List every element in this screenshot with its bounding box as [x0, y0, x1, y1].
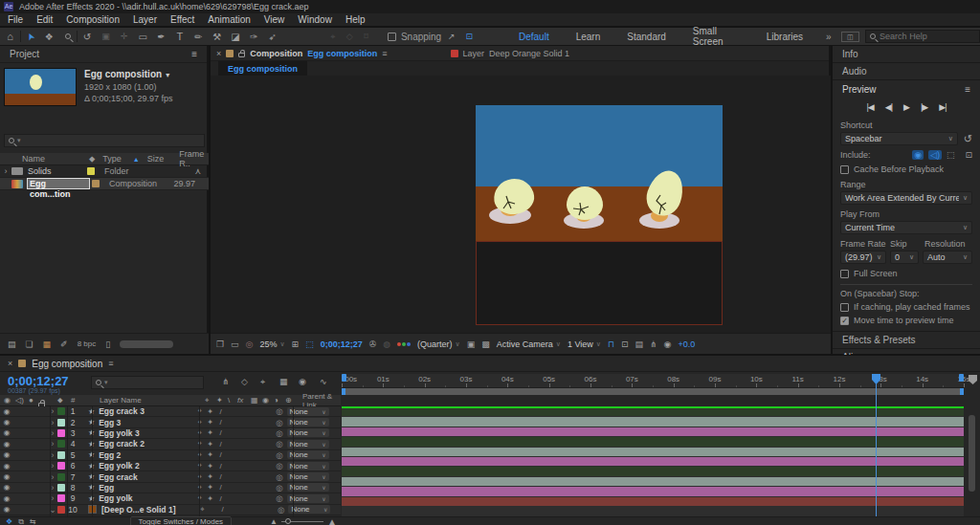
track-scrollbar[interactable]: [969, 415, 975, 492]
layer-track-bar-8[interactable]: [342, 477, 964, 486]
snapshot-icon[interactable]: ✇: [369, 339, 377, 349]
shortcut-dropdown[interactable]: Spacebar∨: [840, 132, 958, 145]
last-frame-button[interactable]: ▶|: [939, 102, 946, 112]
workspace-tab-libraries[interactable]: Libraries: [767, 32, 803, 42]
comp-tab-label[interactable]: Composition: [250, 49, 302, 58]
collapse-header-icon[interactable]: ✦: [216, 396, 223, 405]
fx-switch[interactable]: /: [215, 440, 226, 448]
pen-tool-icon[interactable]: ✒: [152, 32, 170, 42]
fx-switch[interactable]: /: [217, 505, 228, 514]
resolution-dropdown-preview[interactable]: Auto∨: [923, 251, 972, 264]
layer-label-swatch[interactable]: [57, 429, 65, 437]
col-type[interactable]: Type: [102, 154, 122, 164]
layer-visibility-icon[interactable]: ◉: [0, 505, 13, 514]
reset-exposure-icon[interactable]: ◉: [664, 339, 672, 349]
graph-editor-icon[interactable]: ∿: [320, 377, 327, 386]
menu-item-animation[interactable]: Animation: [208, 14, 250, 25]
layer-name[interactable]: Egg crack 3: [99, 406, 194, 416]
parent-link-dropdown[interactable]: None∨: [288, 505, 330, 514]
frame-rate-dropdown[interactable]: (29.97)∨: [840, 251, 886, 264]
layer-label-swatch[interactable]: [57, 494, 65, 502]
layer-track-bar-6[interactable]: [342, 457, 964, 466]
puppet-tool-icon[interactable]: ➶: [263, 32, 281, 42]
layer-name[interactable]: Egg crack 2: [99, 439, 194, 448]
new-folder-icon[interactable]: ❏: [26, 339, 33, 349]
snapping-checkbox[interactable]: [388, 33, 396, 41]
workspace-overflow[interactable]: »: [826, 32, 832, 42]
project-row-solids[interactable]: › Solids Folder ⋏: [0, 165, 209, 178]
expand-arrow[interactable]: ›: [0, 166, 11, 176]
parent-pickwhip-icon[interactable]: ◎: [276, 406, 282, 416]
preview-panel-icon[interactable]: ⊡: [621, 339, 629, 349]
eraser-tool-icon[interactable]: ◪: [226, 32, 244, 42]
shape-tool-icon[interactable]: ▭: [134, 32, 152, 42]
transparency-grid-icon[interactable]: ▩: [481, 339, 490, 349]
camera-tool-icon[interactable]: ▣: [97, 32, 115, 41]
next-frame-button[interactable]: |▶: [921, 102, 927, 112]
previous-frame-button[interactable]: ◀|: [885, 102, 892, 112]
layer-row-9[interactable]: ◉›9★Egg yolk⌖✦/◎None∨: [0, 493, 341, 504]
parent-pickwhip-icon[interactable]: ◎: [276, 418, 282, 427]
layer-row-5[interactable]: ◉›5★Egg 2⌖✦/◎None∨: [0, 450, 341, 461]
layer-row-7[interactable]: ◉›7★Egg crack⌖✦/◎None∨: [0, 471, 341, 482]
label-swatch[interactable]: [92, 180, 100, 187]
transfer-controls-icon[interactable]: ⇆: [30, 517, 36, 525]
exposure-value[interactable]: +0.0: [678, 339, 695, 349]
fx-switch[interactable]: /: [215, 418, 226, 427]
fx-header-icon[interactable]: fx: [237, 396, 243, 405]
hand-tool-icon[interactable]: ❖: [40, 32, 58, 42]
roto-brush-tool-icon[interactable]: ✑: [245, 32, 263, 42]
workspace-tab-small-screen[interactable]: Small Screen: [693, 26, 740, 47]
menu-item-composition[interactable]: Composition: [66, 14, 120, 25]
quality-header-icon[interactable]: \: [228, 396, 230, 405]
fx-switch[interactable]: /: [215, 428, 226, 437]
parent-pickwhip-icon[interactable]: ◎: [278, 505, 284, 514]
range-dropdown[interactable]: Work Area Extended By Current...∨: [840, 191, 972, 205]
play-button[interactable]: ▶: [903, 102, 909, 112]
include-audio-icon[interactable]: ◁): [928, 150, 942, 160]
layer-row-6[interactable]: ◉›6★Egg yolk 2⌖✦/◎None∨: [0, 461, 341, 471]
comp-panel-menu-icon[interactable]: ≡: [382, 49, 387, 58]
layer-row-4[interactable]: ◉›4★Egg crack 2⌖✦/◎None∨: [0, 439, 341, 449]
type-tool-icon[interactable]: T: [170, 31, 189, 42]
parent-pickwhip-icon[interactable]: ◎: [276, 461, 282, 470]
zoom-tool-icon[interactable]: [58, 32, 77, 41]
stamp-tool-icon[interactable]: ⚒: [208, 32, 226, 42]
layer-name[interactable]: Egg yolk 3: [99, 428, 194, 438]
effects-presets-panel-tab[interactable]: Effects & Presets: [833, 331, 980, 348]
quality-switch[interactable]: ✦: [205, 428, 215, 437]
layer-visibility-icon[interactable]: ◉: [0, 440, 13, 448]
toggle-switches-button[interactable]: Toggle Switches / Modes: [130, 516, 233, 525]
layer-name-column[interactable]: Layer Name: [100, 396, 142, 405]
project-settings-icon[interactable]: ✐: [60, 339, 68, 349]
flowchart-icon[interactable]: ⋔: [650, 339, 657, 349]
layer-tab-name[interactable]: Deep Orange Solid 1: [489, 49, 569, 58]
region-of-interest-icon[interactable]: ⬚: [305, 339, 314, 349]
layer-track-bar-9[interactable]: [342, 487, 964, 495]
fx-switch[interactable]: /: [215, 483, 226, 492]
search-help-box[interactable]: [865, 30, 980, 43]
workspace-tab-standard[interactable]: Standard: [627, 32, 666, 42]
view-layout-dropdown[interactable]: 1 View∨: [568, 339, 601, 349]
interpret-footage-icon[interactable]: ▤: [8, 339, 16, 349]
preview-panel-tab[interactable]: Preview≡: [833, 80, 980, 98]
item-name[interactable]: Egg com...tion: [27, 178, 90, 189]
shy-header-icon[interactable]: ⌖: [205, 396, 210, 405]
always-preview-icon[interactable]: ❐: [216, 339, 224, 349]
3d-header-icon[interactable]: ⊕: [285, 396, 292, 405]
quality-switch[interactable]: ✦: [205, 418, 215, 427]
bit-depth-label[interactable]: 8 bpc: [78, 339, 97, 348]
adjustment-header-icon[interactable]: ◑: [274, 396, 278, 405]
parent-pickwhip-icon[interactable]: ◎: [276, 493, 282, 503]
fx-switch[interactable]: /: [215, 472, 226, 481]
reset-shortcut-icon[interactable]: ↺: [964, 133, 972, 145]
layer-track-bar-7[interactable]: [342, 467, 964, 475]
layer-track-bar-3[interactable]: [342, 427, 964, 436]
channels-icon[interactable]: [397, 342, 411, 346]
layer-visibility-icon[interactable]: ◉: [0, 418, 13, 427]
project-panel-menu-icon[interactable]: ≡: [191, 49, 197, 59]
menu-item-view[interactable]: View: [264, 14, 285, 25]
new-composition-icon[interactable]: ▦: [43, 339, 52, 349]
layer-name[interactable]: [Deep O...e Solid 1]: [101, 505, 197, 514]
quality-switch[interactable]: ✦: [205, 450, 215, 459]
